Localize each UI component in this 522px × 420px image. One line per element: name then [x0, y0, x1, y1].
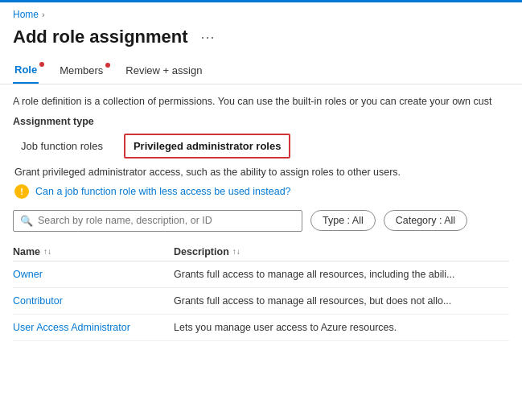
tab-members[interactable]: Members	[58, 58, 105, 83]
search-input[interactable]	[38, 215, 295, 226]
column-name-header: Name ↑↓	[13, 246, 174, 257]
tab-review-label: Review + assign	[125, 64, 202, 76]
grant-text: Grant privileged administrator access, s…	[13, 167, 509, 178]
page-title: Add role assignment	[13, 27, 188, 47]
search-icon: 🔍	[20, 215, 33, 227]
search-filter-row: 🔍 Type : All Category : All	[13, 210, 509, 232]
column-name-label: Name	[13, 246, 40, 257]
job-function-option[interactable]: Job function roles	[13, 135, 111, 157]
tab-members-dot	[105, 63, 110, 68]
tabs-row: Role Members Review + assign	[0, 57, 522, 84]
privileged-admin-label: Privileged administrator roles	[134, 140, 282, 152]
row-contributor-desc: Grants full access to manage all resourc…	[174, 295, 509, 307]
privileged-admin-option[interactable]: Privileged administrator roles	[124, 134, 291, 159]
assignment-type-row: Job function roles Privileged administra…	[13, 134, 509, 159]
assignment-type-label: Assignment type	[13, 116, 509, 127]
warning-text[interactable]: Can a job function role with less access…	[35, 186, 291, 197]
description-text: A role definition is a collection of per…	[13, 94, 509, 109]
breadcrumb-home[interactable]: Home	[13, 9, 39, 20]
table-row: Contributor Grants full access to manage…	[13, 288, 509, 315]
row-owner-name[interactable]: Owner	[13, 269, 174, 280]
table-row: User Access Administrator Lets you manag…	[13, 315, 509, 341]
tab-review[interactable]: Review + assign	[124, 58, 203, 83]
search-box: 🔍	[13, 210, 302, 232]
tab-role[interactable]: Role	[13, 57, 39, 84]
row-user-access-desc: Lets you manage user access to Azure res…	[174, 322, 509, 333]
tab-role-label: Role	[14, 64, 37, 76]
category-filter-button[interactable]: Category : All	[384, 210, 467, 231]
column-desc-label: Description	[174, 246, 229, 257]
tab-members-label: Members	[60, 64, 103, 76]
type-filter-button[interactable]: Type : All	[310, 210, 376, 231]
desc-sort-icon[interactable]: ↑↓	[232, 247, 240, 256]
row-contributor-name[interactable]: Contributor	[13, 295, 174, 307]
table-header: Name ↑↓ Description ↑↓	[13, 241, 509, 261]
job-function-label: Job function roles	[21, 140, 103, 152]
column-desc-header: Description ↑↓	[174, 246, 509, 257]
page-title-row: Add role assignment ···	[0, 23, 522, 57]
name-sort-icon[interactable]: ↑↓	[43, 247, 51, 256]
tab-role-dot	[39, 62, 44, 67]
row-user-access-name[interactable]: User Access Administrator	[13, 322, 174, 333]
warning-icon-symbol: !	[20, 187, 23, 196]
ellipsis-button[interactable]: ···	[196, 27, 220, 47]
breadcrumb-chevron: ›	[42, 10, 45, 19]
table-row: Owner Grants full access to manage all r…	[13, 261, 509, 288]
main-content: A role definition is a collection of per…	[0, 84, 522, 341]
row-owner-desc: Grants full access to manage all resourc…	[174, 269, 509, 280]
warning-row: ! Can a job function role with less acce…	[13, 184, 509, 199]
breadcrumb: Home ›	[0, 2, 522, 23]
warning-icon: !	[14, 184, 29, 199]
